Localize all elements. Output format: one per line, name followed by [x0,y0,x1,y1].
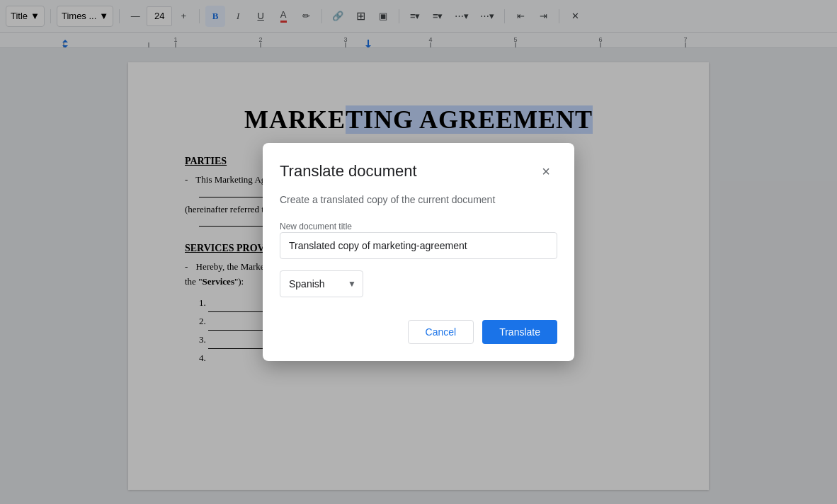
field-label: New document title [280,222,352,231]
modal-close-button[interactable]: × [535,160,557,183]
language-select[interactable]: Spanish French German Italian Portuguese… [280,270,363,297]
modal-title: Translate document [280,162,417,181]
doc-title-input[interactable] [280,232,557,259]
modal-backdrop: Translate document × Create a translated… [0,0,837,504]
cancel-button[interactable]: Cancel [408,320,474,344]
modal-header: Translate document × [280,160,557,183]
translate-button[interactable]: Translate [482,320,557,344]
translate-dialog: Translate document × Create a translated… [263,143,574,361]
language-select-wrapper: Spanish French German Italian Portuguese… [280,270,363,297]
modal-subtitle: Create a translated copy of the current … [280,194,557,205]
modal-footer: Cancel Translate [280,320,557,344]
